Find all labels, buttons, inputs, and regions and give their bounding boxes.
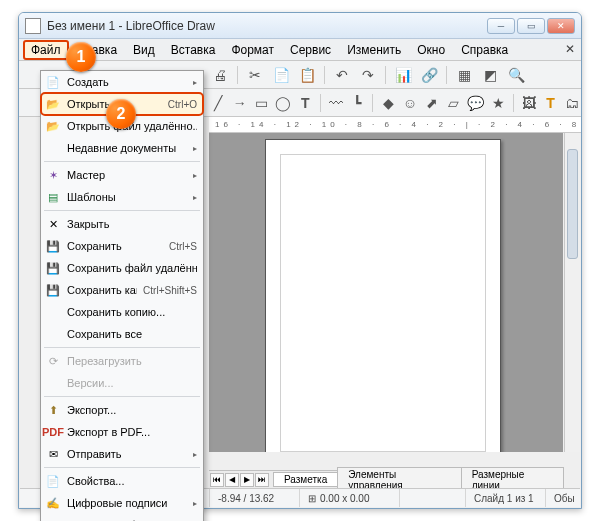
navigator-icon[interactable]: ◩: [479, 64, 501, 86]
window-close-button[interactable]: ✕: [547, 18, 575, 34]
status-coords: -8.94 / 13.62: [210, 489, 300, 507]
menu-tools[interactable]: Сервис: [282, 40, 339, 60]
curve-icon[interactable]: 〰: [327, 92, 345, 114]
export-icon: ⬆: [45, 402, 61, 418]
drawing-page[interactable]: [265, 139, 501, 452]
window-minimize-button[interactable]: ─: [487, 18, 515, 34]
print-icon[interactable]: 🖨: [209, 64, 231, 86]
menu-view[interactable]: Вид: [125, 40, 163, 60]
rect-icon[interactable]: ▭: [253, 92, 271, 114]
menu-window[interactable]: Окно: [409, 40, 453, 60]
grid-icon[interactable]: ▦: [453, 64, 475, 86]
menuitem-send[interactable]: ✉ Отправить ▸: [41, 443, 203, 465]
page-margin-guide: [280, 154, 486, 452]
menuitem-close[interactable]: ✕ Закрыть: [41, 213, 203, 235]
properties-icon: 📄: [45, 473, 61, 489]
callout-icon[interactable]: 💬: [466, 92, 485, 114]
menuitem-export[interactable]: ⬆ Экспорт...: [41, 399, 203, 421]
menuitem-accelerator: Ctrl+O: [168, 99, 197, 110]
tab-last-icon[interactable]: ⏭: [255, 473, 269, 487]
redo-icon[interactable]: ↷: [357, 64, 379, 86]
menuitem-save-remote[interactable]: 💾 Сохранить файл удалённо...: [41, 257, 203, 279]
connector-icon[interactable]: ┗: [349, 92, 367, 114]
menuitem-label: Закрыть: [67, 218, 197, 230]
horizontal-ruler: 16 · 14 · 12 · 10 · 8 · 6 · 4 · 2 · | · …: [209, 117, 581, 133]
arrow-icon[interactable]: →: [231, 92, 249, 114]
menuitem-properties[interactable]: 📄 Свойства...: [41, 470, 203, 492]
menuitem-accelerator: Ctrl+Shift+S: [143, 285, 197, 296]
menuitem-label: Сохранить как...: [67, 284, 137, 296]
cut-icon[interactable]: ✂: [244, 64, 266, 86]
image-icon[interactable]: 🖼: [520, 92, 538, 114]
menuitem-templates[interactable]: ▤ Шаблоны ▸: [41, 186, 203, 208]
menuitem-save-all[interactable]: Сохранить все: [41, 323, 203, 345]
menuitem-accelerator: Ctrl+S: [169, 241, 197, 252]
scrollbar-thumb[interactable]: [567, 149, 578, 259]
line-icon[interactable]: ╱: [209, 92, 227, 114]
status-size-value: 0.00 x 0.00: [320, 493, 369, 504]
menu-modify[interactable]: Изменить: [339, 40, 409, 60]
layer-tabstrip: ⏮ ◀ ▶ ⏭ Разметка Элементы управления Раз…: [209, 470, 563, 488]
text-icon[interactable]: T: [296, 92, 314, 114]
gallery-icon[interactable]: 🗂: [563, 92, 581, 114]
menuitem-new[interactable]: 📄 Создать ▸: [41, 71, 203, 93]
menuitem-reload[interactable]: ⟳ Перезагрузить: [41, 350, 203, 372]
status-mode: Обы: [546, 489, 580, 507]
toolbar-separator: [385, 66, 386, 84]
blank-icon: [45, 140, 61, 156]
menu-separator: [44, 161, 200, 162]
menuitem-label: Экспорт в PDF...: [67, 426, 197, 438]
undo-icon[interactable]: ↶: [331, 64, 353, 86]
menuitem-recent[interactable]: Недавние документы ▸: [41, 137, 203, 159]
chart-icon[interactable]: 📊: [392, 64, 414, 86]
hyperlink-icon[interactable]: 🔗: [418, 64, 440, 86]
save-remote-icon: 💾: [45, 260, 61, 276]
tab-next-icon[interactable]: ▶: [240, 473, 254, 487]
document-close-button[interactable]: ✕: [565, 42, 575, 56]
submenu-arrow-icon: ▸: [193, 499, 197, 508]
menuitem-versions[interactable]: Версии...: [41, 372, 203, 394]
window-title: Без имени 1 - LibreOffice Draw: [47, 19, 487, 33]
menuitem-save[interactable]: 💾 Сохранить Ctrl+S: [41, 235, 203, 257]
menu-separator: [44, 347, 200, 348]
paste-icon[interactable]: 📋: [296, 64, 318, 86]
vertical-scrollbar[interactable]: [564, 133, 580, 452]
menubar: Файл Правка Вид Вставка Формат Сервис Из…: [19, 39, 581, 61]
copy-icon[interactable]: 📄: [270, 64, 292, 86]
callout-badge-2: 2: [106, 99, 136, 129]
toolbar-separator: [324, 66, 325, 84]
tab-layout[interactable]: Разметка: [273, 472, 338, 487]
menuitem-browser-preview[interactable]: Просмотр в браузере: [41, 514, 203, 521]
symbol-shapes-icon[interactable]: ☺: [401, 92, 419, 114]
menu-separator: [44, 467, 200, 468]
menu-insert[interactable]: Вставка: [163, 40, 224, 60]
fontwork-icon[interactable]: T: [542, 92, 560, 114]
star-icon[interactable]: ★: [489, 92, 507, 114]
arrows-shapes-icon[interactable]: ⬈: [423, 92, 441, 114]
send-icon: ✉: [45, 446, 61, 462]
toolbar-separator: [513, 94, 514, 112]
menuitem-label: Цифровые подписи: [67, 497, 193, 509]
menuitem-wizard[interactable]: ✶ Мастер ▸: [41, 164, 203, 186]
tab-prev-icon[interactable]: ◀: [225, 473, 239, 487]
menu-help[interactable]: Справка: [453, 40, 516, 60]
tab-first-icon[interactable]: ⏮: [210, 473, 224, 487]
toolbar-separator: [446, 66, 447, 84]
flow-shapes-icon[interactable]: ▱: [444, 92, 462, 114]
zoom-icon[interactable]: 🔍: [505, 64, 527, 86]
status-empty: [400, 489, 466, 507]
menuitem-export-pdf[interactable]: PDF Экспорт в PDF...: [41, 421, 203, 443]
basic-shapes-icon[interactable]: ◆: [379, 92, 397, 114]
status-slide: Слайд 1 из 1: [466, 489, 546, 507]
canvas-workspace[interactable]: [209, 133, 563, 452]
menuitem-save-as[interactable]: 💾 Сохранить как... Ctrl+Shift+S: [41, 279, 203, 301]
window-maximize-button[interactable]: ▭: [517, 18, 545, 34]
menu-file[interactable]: Файл: [23, 40, 69, 60]
signature-icon: ✍: [45, 495, 61, 511]
wizard-icon: ✶: [45, 167, 61, 183]
toolbar-separator: [372, 94, 373, 112]
ellipse-icon[interactable]: ◯: [274, 92, 292, 114]
menuitem-save-copy[interactable]: Сохранить копию...: [41, 301, 203, 323]
menuitem-digital-signatures[interactable]: ✍ Цифровые подписи ▸: [41, 492, 203, 514]
menu-format[interactable]: Формат: [223, 40, 282, 60]
